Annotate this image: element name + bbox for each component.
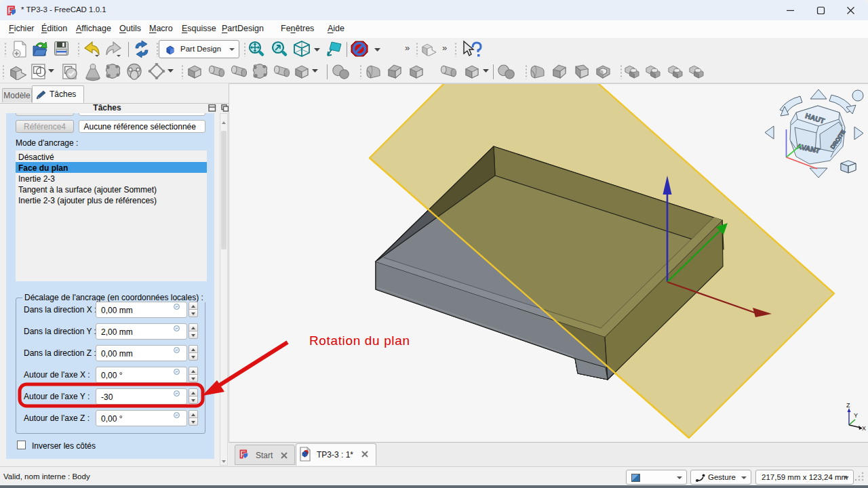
svg-text:X: X [862, 425, 866, 432]
svg-text:Z: Z [846, 402, 850, 409]
svg-text:Y: Y [854, 412, 858, 419]
